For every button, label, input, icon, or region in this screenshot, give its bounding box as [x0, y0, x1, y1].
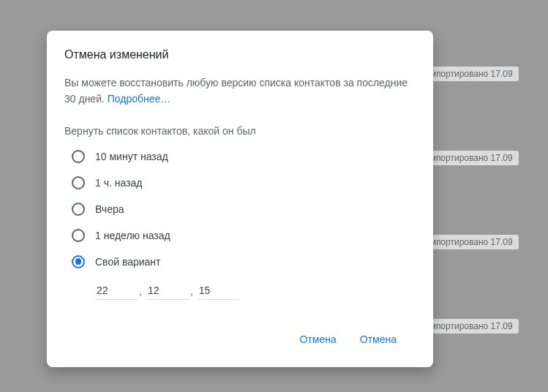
radio-icon: [72, 176, 85, 189]
dialog-description: Вы можете восстановить любую версию спис…: [64, 75, 416, 108]
confirm-button[interactable]: Отмена: [357, 329, 399, 350]
radio-icon: [72, 255, 85, 268]
radio-option-custom[interactable]: Свой вариант: [72, 255, 416, 268]
dialog-subtitle: Вернуть список контактов, какой он был: [64, 125, 416, 137]
radio-label: Свой вариант: [95, 256, 161, 268]
custom-hours-input[interactable]: [146, 282, 189, 300]
separator: ,: [189, 285, 198, 300]
undo-changes-dialog: Отмена изменений Вы можете восстановить …: [47, 31, 433, 367]
custom-minutes-input[interactable]: [198, 282, 240, 300]
radio-option-1hour[interactable]: 1 ч. назад: [72, 176, 416, 189]
dialog-actions: Отмена Отмена: [64, 329, 416, 354]
radio-option-yesterday[interactable]: Вчера: [72, 203, 416, 216]
radio-label: 1 ч. назад: [95, 177, 142, 189]
radio-option-10min[interactable]: 10 минут назад: [72, 150, 416, 163]
radio-icon: [72, 229, 85, 242]
radio-icon: [72, 150, 85, 163]
custom-time-inputs: , ,: [64, 282, 416, 300]
custom-days-input[interactable]: [95, 282, 138, 300]
radio-icon: [72, 203, 85, 216]
radio-option-1week[interactable]: 1 неделю назад: [72, 229, 416, 242]
learn-more-link[interactable]: Подробнее…: [108, 93, 171, 105]
dialog-title: Отмена изменений: [64, 48, 416, 61]
radio-label: 1 неделю назад: [95, 230, 170, 241]
separator: ,: [138, 285, 146, 300]
cancel-button[interactable]: Отмена: [297, 329, 339, 350]
radio-label: Вчера: [95, 203, 124, 215]
restore-options-group: 10 минут назад 1 ч. назад Вчера 1 неделю…: [64, 150, 416, 268]
radio-label: 10 минут назад: [95, 151, 168, 162]
